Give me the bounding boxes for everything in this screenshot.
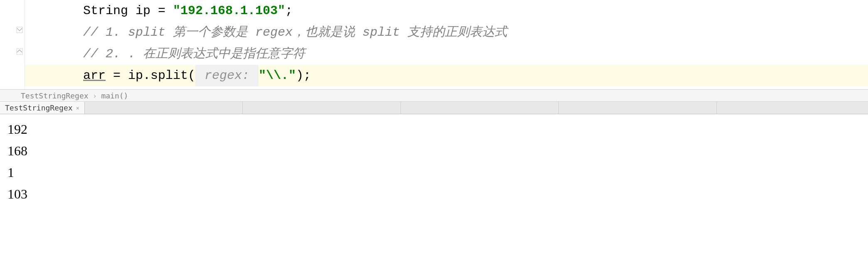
code-line-1[interactable]: String ip = "192.168.1.103"; <box>54 0 868 22</box>
editor-gutter <box>0 0 25 89</box>
comment-text: // 1. split 第一个参数是 regex，也就是说 split 支持的正… <box>83 22 507 43</box>
console-tab-bar: TestStringRegex × <box>0 102 868 114</box>
parameter-hint: regex: <box>195 65 259 86</box>
code-text: = ip.split( <box>106 65 195 86</box>
tab-test-string-regex[interactable]: TestStringRegex × <box>0 102 85 114</box>
code-text: ); <box>296 65 311 86</box>
code-text: ; <box>285 0 293 22</box>
comment-text: // 2. . 在正则表达式中是指任意字符 <box>83 43 305 65</box>
tab-label: TestStringRegex <box>5 103 73 112</box>
string-literal: "\\." <box>259 65 296 86</box>
console-output[interactable]: 192 168 1 103 <box>0 114 868 209</box>
svg-rect-0 <box>17 27 22 33</box>
tab-divider <box>559 102 717 114</box>
tab-bar-empty <box>85 102 868 114</box>
chevron-right-icon: › <box>93 91 97 100</box>
code-content[interactable]: String ip = "192.168.1.103"; // 1. split… <box>25 0 868 89</box>
code-line-3[interactable]: // 2. . 在正则表达式中是指任意字符 <box>54 43 868 65</box>
fold-expand-icon[interactable] <box>15 47 24 56</box>
code-line-4-current[interactable]: arr = ip.split( regex: "\\."); <box>25 65 868 86</box>
breadcrumb: TestStringRegex › main() <box>0 89 868 102</box>
selected-text: 192 <box>7 122 27 137</box>
fold-collapse-icon[interactable] <box>15 26 24 34</box>
breadcrumb-item[interactable]: TestStringRegex <box>21 91 89 100</box>
breadcrumb-item[interactable]: main() <box>101 91 128 100</box>
string-literal: "192.168.1.103" <box>173 0 285 22</box>
console-line[interactable]: 103 <box>7 183 861 205</box>
tab-divider <box>85 102 243 114</box>
close-icon[interactable]: × <box>76 105 79 111</box>
code-line-2[interactable]: // 1. split 第一个参数是 regex，也就是说 split 支持的正… <box>54 22 868 43</box>
console-line[interactable]: 192 <box>7 118 861 140</box>
console-line[interactable]: 1 <box>7 162 861 183</box>
code-editor[interactable]: String ip = "192.168.1.103"; // 1. split… <box>0 0 868 89</box>
variable-name: arr <box>83 65 106 86</box>
tab-divider <box>243 102 401 114</box>
tab-divider <box>401 102 559 114</box>
console-line[interactable]: 168 <box>7 140 861 162</box>
code-text: String ip = <box>83 0 173 22</box>
